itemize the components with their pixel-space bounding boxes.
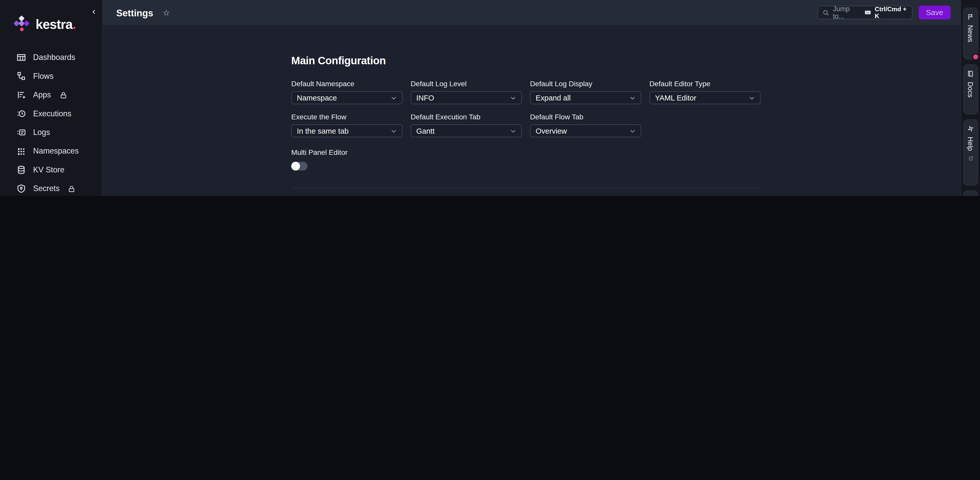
sidebar-item-apps[interactable]: Apps — [0, 86, 102, 104]
sidebar-nav: Dashboards Flows Apps Executions — [0, 48, 102, 196]
flows-icon — [16, 71, 26, 81]
chevron-down-icon — [749, 95, 755, 101]
settings-content: Main Configuration Default Namespace Nam… — [103, 25, 961, 196]
chevron-down-icon — [510, 128, 516, 134]
sidebar-item-label: Namespaces — [33, 147, 79, 155]
sidebar-item-label: Logs — [33, 128, 50, 137]
external-link-icon — [968, 155, 974, 161]
field-label: Default Editor Type — [649, 80, 760, 87]
field-label: Multi Panel Editor — [291, 149, 760, 156]
field-label: Default Log Display — [530, 80, 641, 87]
rail-label: News — [967, 25, 974, 42]
sidebar-item-kv-store[interactable]: KV Store — [0, 160, 102, 179]
apps-icon — [16, 90, 26, 100]
lock-icon — [59, 91, 67, 99]
rail-button-help[interactable]: Help — [963, 119, 978, 186]
sidebar-collapse-icon[interactable] — [91, 6, 97, 17]
rail-label: Help — [967, 137, 974, 151]
field-default-editor-type: Default Editor Type YAML Editor — [649, 80, 760, 104]
book-icon — [967, 70, 974, 77]
field-default-namespace: Default Namespace Namespace — [291, 80, 402, 104]
field-label: Default Execution Tab — [410, 113, 522, 120]
field-default-log-display: Default Log Display Expand all — [530, 80, 641, 104]
sidebar-item-namespaces[interactable]: Namespaces — [0, 142, 102, 160]
sidebar: kestra. Dashboards Flows Apps — [0, 0, 103, 196]
default-execution-tab-select[interactable]: Gantt — [410, 124, 522, 137]
search-icon — [822, 9, 829, 16]
field-default-execution-tab: Default Execution Tab Gantt — [410, 113, 522, 138]
field-default-log-level: Default Log Level INFO — [410, 80, 522, 104]
namespaces-icon — [16, 146, 26, 156]
top-bar: Settings ☆ Jump to... Ctrl/Cmd + K Save — [103, 0, 961, 25]
logs-icon — [16, 128, 26, 138]
right-rail: News Docs Help Open an issue Get a demo — [961, 0, 980, 196]
default-log-level-select[interactable]: INFO — [410, 91, 522, 104]
lock-icon — [68, 185, 76, 193]
shield-key-icon — [16, 184, 26, 193]
default-editor-type-select[interactable]: YAML Editor — [649, 91, 760, 104]
notification-dot — [972, 53, 979, 60]
save-button[interactable]: Save — [918, 6, 951, 19]
sidebar-item-secrets[interactable]: Secrets — [0, 179, 102, 196]
sidebar-item-label: Dashboards — [33, 53, 75, 62]
field-label: Execute the Flow — [291, 113, 402, 120]
sidebar-item-label: Secrets — [33, 184, 60, 193]
search-shortcut: Ctrl/Cmd + K — [875, 6, 907, 19]
chevron-down-icon — [510, 95, 516, 101]
chevron-down-icon — [629, 95, 635, 101]
default-flow-tab-select[interactable]: Overview — [530, 124, 641, 137]
field-execute-the-flow: Execute the Flow In the same tab — [291, 113, 402, 138]
sidebar-item-executions[interactable]: Executions — [0, 104, 102, 123]
field-multi-panel-editor: Multi Panel Editor — [291, 149, 760, 171]
section-divider — [291, 188, 760, 189]
sidebar-item-label: KV Store — [33, 166, 65, 174]
execute-the-flow-select[interactable]: In the same tab — [291, 124, 402, 137]
kestra-settings-window: kestra. Dashboards Flows Apps — [0, 0, 980, 196]
sidebar-item-dashboards[interactable]: Dashboards — [0, 48, 102, 67]
keyboard-icon — [863, 10, 872, 16]
slack-icon — [967, 125, 974, 132]
database-icon — [16, 165, 26, 175]
multi-panel-editor-toggle[interactable] — [291, 162, 307, 170]
chevron-down-icon — [390, 95, 396, 101]
sidebar-item-label: Apps — [33, 90, 51, 99]
rail-button-news[interactable]: News — [963, 7, 978, 59]
sidebar-item-flows[interactable]: Flows — [0, 67, 102, 86]
sidebar-item-logs[interactable]: Logs — [0, 123, 102, 141]
field-label: Default Log Level — [410, 80, 522, 87]
default-namespace-select[interactable]: Namespace — [291, 91, 402, 104]
main-area: Settings ☆ Jump to... Ctrl/Cmd + K Save — [103, 0, 961, 196]
rail-button-open-an-issue[interactable]: Open an issue — [963, 190, 978, 196]
chevron-down-icon — [629, 128, 635, 134]
field-default-flow-tab: Default Flow Tab Overview — [530, 113, 641, 138]
chevron-down-icon — [390, 128, 396, 134]
page-title: Settings — [116, 7, 153, 18]
rail-label: Docs — [967, 82, 974, 97]
favorite-star-icon[interactable]: ☆ — [162, 8, 170, 17]
field-label: Default Namespace — [291, 80, 402, 87]
rail-button-docs[interactable]: Docs — [963, 64, 978, 114]
logo-wordmark: kestra. — [36, 17, 76, 31]
kestra-logo[interactable]: kestra. — [0, 0, 102, 32]
search-placeholder: Jump to... — [833, 5, 860, 20]
sidebar-item-label: Flows — [33, 72, 54, 81]
jump-to-search[interactable]: Jump to... Ctrl/Cmd + K — [817, 6, 912, 19]
kestra-logo-icon — [14, 16, 30, 32]
section-title-main-configuration: Main Configuration — [291, 55, 760, 68]
dashboards-icon — [16, 52, 26, 62]
flag-icon — [967, 13, 974, 21]
executions-icon — [16, 109, 26, 119]
sidebar-item-label: Executions — [33, 109, 72, 118]
field-label: Default Flow Tab — [530, 113, 641, 120]
default-log-display-select[interactable]: Expand all — [530, 91, 641, 104]
